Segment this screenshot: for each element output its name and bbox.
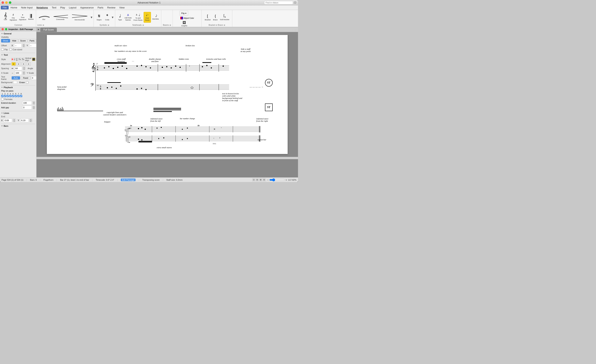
menu-play[interactable]: Play xyxy=(58,6,67,9)
lines-x-input[interactable] xyxy=(4,119,12,122)
lines-y-down[interactable]: ▼ xyxy=(30,120,32,122)
noteheads-expand-icon[interactable]: ⊞ xyxy=(142,24,144,26)
menu-review[interactable]: Review xyxy=(105,6,117,9)
full-score-tab[interactable]: Full Score xyxy=(40,28,57,32)
spacing-input[interactable] xyxy=(15,67,22,70)
beams-expand-icon[interactable]: ⊞ xyxy=(170,24,171,26)
spacing-up[interactable]: ▲ xyxy=(23,67,25,68)
lines-y-input[interactable] xyxy=(20,119,29,122)
menu-file[interactable]: File xyxy=(1,6,9,9)
view-icon-2[interactable]: ⊟ xyxy=(256,178,259,181)
over-rests-button[interactable]: ♩↑ OverRests xyxy=(144,12,151,23)
align-left-button[interactable]: ≡ xyxy=(12,62,16,66)
zoom-out-button[interactable]: − xyxy=(267,178,269,181)
background-color-swatch[interactable] xyxy=(13,81,17,84)
add-gap-up[interactable]: ▲ xyxy=(33,106,35,108)
extend-dur-down[interactable]: ▼ xyxy=(33,103,35,105)
frame-val1-input[interactable] xyxy=(31,76,36,80)
time-signature-button[interactable]: 𝄴 TimeSignature xyxy=(18,12,27,23)
sub-bracket-button[interactable]: [s Sub-bracket xyxy=(219,12,230,23)
add-gap-input[interactable] xyxy=(22,106,32,109)
symbols-scroll-down[interactable]: ▾ xyxy=(112,15,113,19)
type-button[interactable]: ♩ Type xyxy=(117,12,123,23)
zoom-in-button[interactable]: + xyxy=(285,178,287,181)
pass-8-checkbox[interactable] xyxy=(20,95,22,97)
bracket-button[interactable]: [ Bracket xyxy=(204,12,212,23)
cue-sized-checkbox[interactable] xyxy=(9,48,12,51)
hide-button[interactable]: Hide xyxy=(10,39,18,42)
xscale-up[interactable]: ▲ xyxy=(23,71,25,73)
graphic-button[interactable]: 🖼 Graphic xyxy=(179,20,189,27)
menu-home[interactable]: Home xyxy=(9,6,19,9)
score-tab-close-btn[interactable]: ✕ xyxy=(37,27,40,32)
crescendo-button[interactable]: Crescendo xyxy=(52,14,69,21)
pass-4-checkbox[interactable] xyxy=(9,95,12,97)
xscale-down[interactable]: ▼ xyxy=(23,73,25,75)
y-offset-input[interactable] xyxy=(29,44,36,47)
minimize-button[interactable] xyxy=(5,1,8,4)
adjust-color-button[interactable]: Adjust Color xyxy=(179,16,195,20)
parts-button[interactable]: Parts xyxy=(28,39,36,42)
menu-note-input[interactable]: Note Input xyxy=(19,6,35,9)
lines-expand-icon[interactable]: ⊞ xyxy=(43,24,44,26)
pass-6-checkbox[interactable] xyxy=(15,95,17,97)
pass-2-checkbox[interactable] xyxy=(4,95,6,97)
help-icon[interactable]: ⓪ xyxy=(294,1,297,4)
menu-text[interactable]: Text xyxy=(50,6,58,9)
bracket-brace-expand-icon[interactable]: ⊞ xyxy=(224,24,225,26)
menu-appearance[interactable]: Appearance xyxy=(78,6,96,9)
maximize-button[interactable] xyxy=(9,1,11,4)
x-offset-input[interactable] xyxy=(14,44,22,47)
spacing-down[interactable]: ▼ xyxy=(23,68,25,70)
style-underline-button[interactable]: T xyxy=(16,58,18,61)
align-center-button[interactable]: ≡ xyxy=(16,62,21,66)
add-gap-stepper[interactable]: ▲ ▼ xyxy=(33,106,35,109)
pass-1-checkbox[interactable] xyxy=(1,95,3,97)
decrescendo-button[interactable]: Decrescendo xyxy=(70,13,89,21)
barline-button[interactable]: Barline xyxy=(28,12,34,23)
extend-duration-input[interactable] xyxy=(22,101,32,105)
score-content[interactable]: multi-arc slurs bar numbers on any stave… xyxy=(37,32,298,177)
score-horizontal-scroll[interactable] xyxy=(37,157,298,159)
flip-button[interactable]: Flip ▾ xyxy=(179,11,188,16)
flip-checkbox[interactable] xyxy=(1,48,4,51)
coda-button[interactable]: 𝄌 Coda xyxy=(103,12,111,23)
menu-parts[interactable]: Parts xyxy=(96,6,105,9)
lines-y-up[interactable]: ▲ xyxy=(30,119,32,120)
fermata-checkbox[interactable] xyxy=(1,98,4,100)
inspector-close-button[interactable] xyxy=(1,28,4,30)
stemlets-button[interactable]: 𝅘𝅥𝅮 Stemlets xyxy=(151,12,160,23)
ribbon-search-input[interactable] xyxy=(264,1,293,4)
view-icon-1[interactable]: ⊡ xyxy=(252,178,255,181)
style-bold-button[interactable]: B xyxy=(12,58,14,61)
style-italic-button[interactable]: I xyxy=(14,58,15,61)
text-section-header[interactable]: ▼ Text xyxy=(1,54,35,56)
extend-duration-stepper[interactable]: ▲ ▼ xyxy=(33,101,35,105)
lines-section-header[interactable]: ▼ Lines xyxy=(1,112,35,114)
lines-x-up[interactable]: ▲ xyxy=(13,119,15,120)
slur-button[interactable]: Slur xyxy=(37,14,50,21)
add-gap-down[interactable]: ▼ xyxy=(33,108,35,109)
score-button[interactable]: Score xyxy=(18,39,28,42)
to-from-rests-button[interactable]: 𝄽→♩ To andFrom Rests xyxy=(133,12,143,23)
auto-frame-button[interactable]: Auto xyxy=(12,76,20,80)
view-icon-4[interactable]: ⊟ xyxy=(263,178,266,181)
lines-scroll-down[interactable]: ▾ xyxy=(91,15,92,19)
fixed-frame-button[interactable]: Fixed xyxy=(21,76,30,80)
menu-notations[interactable]: Notations xyxy=(35,6,50,9)
symbols-expand-icon[interactable]: ⊞ xyxy=(108,24,109,26)
erase-checkbox[interactable] xyxy=(26,81,28,84)
inspector-expand-button[interactable] xyxy=(5,28,7,30)
key-signature-button[interactable]: ♯ KeySignature xyxy=(9,12,18,23)
align-justify-button[interactable]: ≡ xyxy=(27,62,31,66)
clef-button[interactable]: 𝄞 Clef xyxy=(2,12,8,23)
menu-layout[interactable]: Layout xyxy=(67,6,78,9)
spacing-stepper[interactable]: ▲ ▼ xyxy=(23,67,25,70)
pass-3-checkbox[interactable] xyxy=(7,95,9,97)
close-button[interactable] xyxy=(1,1,4,4)
zoom-slider[interactable] xyxy=(269,178,285,181)
x-offset-up[interactable]: ▲ xyxy=(22,44,25,45)
segno-button[interactable]: 𝄋 Segno xyxy=(95,12,103,23)
valign-top-button[interactable]: ⬛ xyxy=(32,58,35,61)
brace-button[interactable]: { Brace xyxy=(212,12,219,23)
